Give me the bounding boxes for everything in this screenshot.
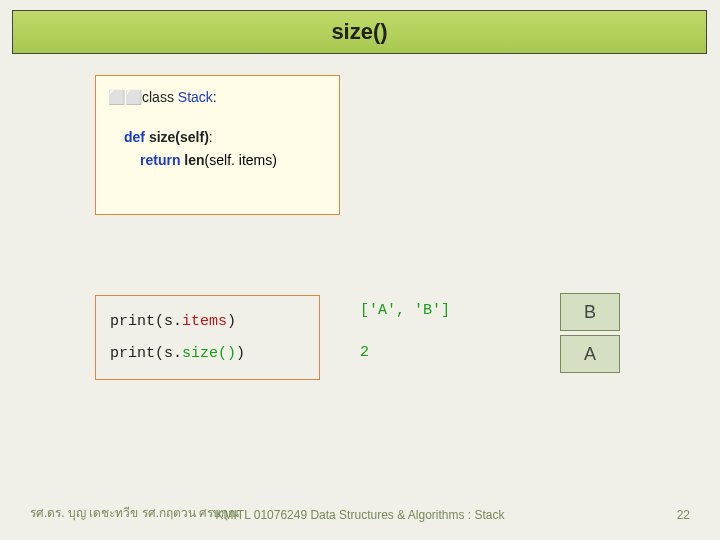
- print-suffix: ): [227, 313, 236, 330]
- method-params: (self): [175, 129, 208, 145]
- fn-len: len: [184, 152, 204, 168]
- output-size: 2: [360, 344, 369, 361]
- colon: :: [209, 129, 213, 145]
- method-name: size: [149, 129, 175, 145]
- print-suffix: ): [236, 345, 245, 362]
- stack-cell-bottom: A: [560, 335, 620, 373]
- keyword-class: class: [142, 89, 174, 105]
- print-block: print(s.items) print(s.size()): [95, 295, 320, 380]
- footer-course: KMITL 01076249 Data Structures & Algorit…: [0, 508, 720, 522]
- stack-visual: B A: [560, 293, 620, 377]
- output-column: ['A', 'B'] 2: [360, 295, 520, 379]
- colon: :: [213, 89, 217, 105]
- attr-items: items: [182, 313, 227, 330]
- print-prefix: print(s.: [110, 345, 182, 362]
- slide-title: size(): [12, 10, 707, 54]
- len-args: (self. items): [205, 152, 277, 168]
- output-list: ['A', 'B']: [360, 302, 450, 319]
- print-prefix: print(s.: [110, 313, 182, 330]
- stack-cell-top: B: [560, 293, 620, 331]
- page-number: 22: [677, 508, 690, 522]
- keyword-def: def: [124, 129, 145, 145]
- method-size: size(): [182, 345, 236, 362]
- code-prefix: ⬜⬜: [108, 89, 142, 105]
- keyword-return: return: [140, 152, 180, 168]
- class-name: Stack: [178, 89, 213, 105]
- code-block: ⬜⬜class Stack: def size(self): return le…: [95, 75, 340, 215]
